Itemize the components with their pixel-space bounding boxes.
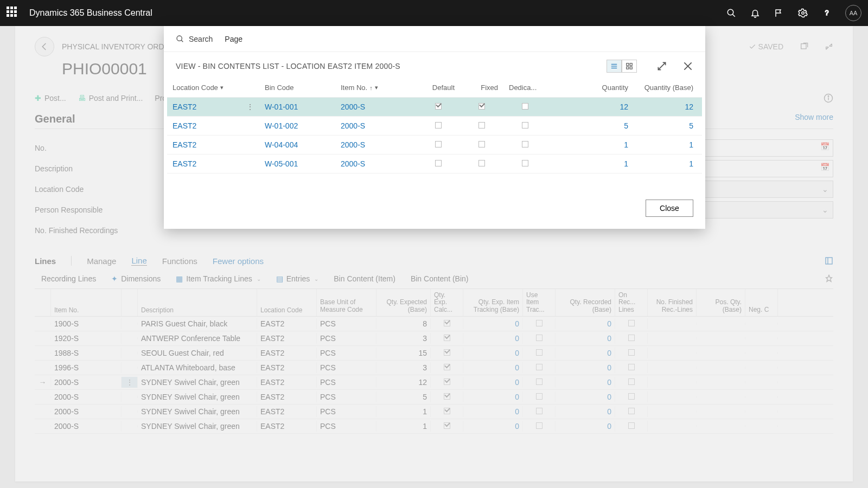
flag-icon[interactable] (774, 8, 784, 18)
col-location[interactable]: Location Code (257, 289, 317, 316)
table-row[interactable]: 1900-SPARIS Guest Chair, blackEAST2PCS80… (35, 317, 833, 331)
saved-indicator: SAVED (749, 42, 783, 51)
col-pos-qty[interactable]: Pos. Qty. (Base) (697, 289, 745, 316)
table-row[interactable]: 2000-SSYDNEY Swivel Chair, greenEAST2PCS… (35, 404, 833, 419)
modal-grid: Location Code▾ Bin Code Item No. ↑▾ Defa… (164, 78, 705, 190)
svg-rect-17 (627, 67, 629, 69)
mcol-qty[interactable]: Quantity (547, 80, 634, 95)
col-qty-exp[interactable]: Qty. Expected (Base) (376, 289, 431, 316)
close-button[interactable]: Close (646, 200, 693, 217)
expand-icon[interactable] (656, 61, 667, 72)
app-title: Dynamics 365 Business Central (29, 8, 152, 18)
item-tracking-action[interactable]: ▦Item Tracking Lines⌄ (176, 274, 260, 283)
row-menu-icon[interactable]: ⋮ (246, 102, 254, 111)
calendar-icon[interactable]: 📅 (820, 163, 829, 171)
line-tab[interactable]: Line (131, 256, 146, 266)
col-on-rec[interactable]: On Rec... Lines (615, 289, 648, 316)
svg-rect-15 (627, 63, 629, 66)
svg-point-10 (177, 36, 182, 41)
modal-title: VIEW - BIN CONTENTS LIST - LOCATION EAST… (176, 62, 400, 70)
tile-view-button[interactable] (622, 60, 637, 73)
top-bar: Dynamics 365 Business Central ? AA (0, 0, 868, 26)
table-row[interactable]: EAST2⋮W-01-0012000-S1212 (167, 98, 702, 117)
col-no-fin[interactable]: No. Finished Rec.-Lines (648, 289, 697, 316)
mcol-fixed[interactable]: Fixed (460, 80, 503, 95)
entries-action[interactable]: ▤Entries⌄ (276, 274, 319, 283)
bin-contents-modal: Search Page VIEW - BIN CONTENTS LIST - L… (164, 26, 705, 229)
table-row[interactable]: 2000-SSYDNEY Swivel Chair, greenEAST2PCS… (35, 419, 833, 434)
chevron-down-icon: ⌄ (822, 206, 828, 214)
person-label: Person Responsible (35, 206, 132, 214)
modal-page-menu[interactable]: Page (225, 35, 242, 43)
mcol-default[interactable]: Default (417, 80, 460, 95)
chevron-down-icon: ⌄ (822, 185, 828, 194)
col-qty-calc[interactable]: Qty. Exp. Calc... (431, 289, 463, 316)
app-launcher-icon[interactable] (7, 7, 20, 20)
no-label: No. (35, 144, 132, 152)
col-qty-rec[interactable]: Qty. Recorded (Base) (556, 289, 615, 316)
info-icon[interactable] (824, 93, 833, 103)
recording-lines-action[interactable]: Recording Lines (41, 274, 96, 283)
svg-point-8 (828, 96, 829, 97)
pin-icon[interactable] (825, 274, 833, 283)
dimensions-action[interactable]: ✦Dimensions (111, 274, 161, 283)
table-row[interactable]: 1996-SATLANTA Whiteboard, baseEAST2PCS30… (35, 361, 833, 375)
svg-rect-9 (826, 258, 832, 264)
bell-icon[interactable] (750, 8, 761, 18)
close-icon[interactable] (682, 61, 693, 72)
fewer-options[interactable]: Fewer options (213, 256, 264, 266)
functions-tab[interactable]: Functions (162, 256, 197, 266)
sort-asc-icon: ↑ (369, 85, 373, 91)
col-description[interactable]: Description (138, 289, 257, 316)
list-view-button[interactable] (607, 60, 622, 73)
col-qty-track[interactable]: Qty. Exp. Item Tracking (Base) (463, 289, 523, 316)
show-more-link[interactable]: Show more (795, 113, 833, 121)
lines-tab[interactable]: Lines (35, 256, 56, 266)
table-row[interactable]: EAST2W-04-0042000-S11 (167, 136, 702, 155)
col-uom[interactable]: Base Unit of Measure Code (317, 289, 376, 316)
svg-line-1 (732, 14, 735, 17)
col-item-no[interactable]: Item No. (51, 289, 122, 316)
svg-line-11 (181, 40, 183, 42)
search-icon[interactable] (726, 8, 737, 18)
bin-content-bin-action[interactable]: Bin Content (Bin) (411, 274, 469, 283)
svg-rect-16 (630, 63, 632, 66)
mcol-location[interactable]: Location Code▾ (167, 80, 259, 95)
no-finished-label: No. Finished Recordings (35, 226, 132, 235)
svg-point-2 (802, 12, 805, 15)
svg-rect-18 (630, 67, 632, 69)
filter-icon: ▾ (375, 84, 378, 91)
table-row[interactable]: 2000-SSYDNEY Swivel Chair, greenEAST2PCS… (35, 390, 833, 404)
col-neg[interactable]: Neg. C (745, 289, 778, 316)
post-print-button[interactable]: 🖶Post and Print... (78, 94, 143, 102)
breadcrumb: PHYSICAL INVENTORY ORDER (62, 42, 175, 51)
expand-lines-icon[interactable] (825, 256, 833, 265)
collapse-icon[interactable] (825, 42, 833, 51)
filter-icon: ▾ (220, 84, 224, 91)
help-icon[interactable]: ? (821, 8, 832, 18)
calendar-icon[interactable]: 📅 (820, 142, 829, 151)
mcol-qtybase[interactable]: Quantity (Base) (634, 80, 699, 95)
manage-tab[interactable]: Manage (87, 256, 116, 266)
description-label: Description (35, 164, 132, 173)
table-row[interactable]: EAST2W-05-0012000-S11 (167, 155, 702, 174)
mcol-dedicated[interactable]: Dedica... (503, 80, 547, 95)
mcol-bin[interactable]: Bin Code (259, 80, 335, 95)
modal-search[interactable]: Search (176, 35, 213, 43)
table-row[interactable]: 1920-SANTWERP Conference TableEAST2PCS30… (35, 331, 833, 346)
post-button[interactable]: ✚Post... (35, 94, 66, 102)
gear-icon[interactable] (797, 8, 808, 18)
location-label: Location Code (35, 185, 132, 194)
table-row[interactable]: EAST2W-01-0022000-S55 (167, 117, 702, 136)
lines-grid: Item No. Description Location Code Base … (35, 288, 833, 434)
svg-rect-5 (801, 44, 806, 49)
col-use-trac[interactable]: Use Item Trac... (523, 289, 556, 316)
table-row[interactable]: 1988-SSEOUL Guest Chair, redEAST2PCS1500 (35, 346, 833, 361)
mcol-item[interactable]: Item No. ↑▾ (335, 80, 417, 95)
back-button[interactable] (35, 37, 54, 56)
avatar[interactable]: AA (845, 5, 861, 21)
svg-text:?: ? (825, 9, 829, 17)
bin-content-item-action[interactable]: Bin Content (Item) (334, 274, 395, 283)
table-row[interactable]: →2000-S⋮SYDNEY Swivel Chair, greenEAST2P… (35, 375, 833, 390)
popout-icon[interactable] (800, 42, 808, 51)
